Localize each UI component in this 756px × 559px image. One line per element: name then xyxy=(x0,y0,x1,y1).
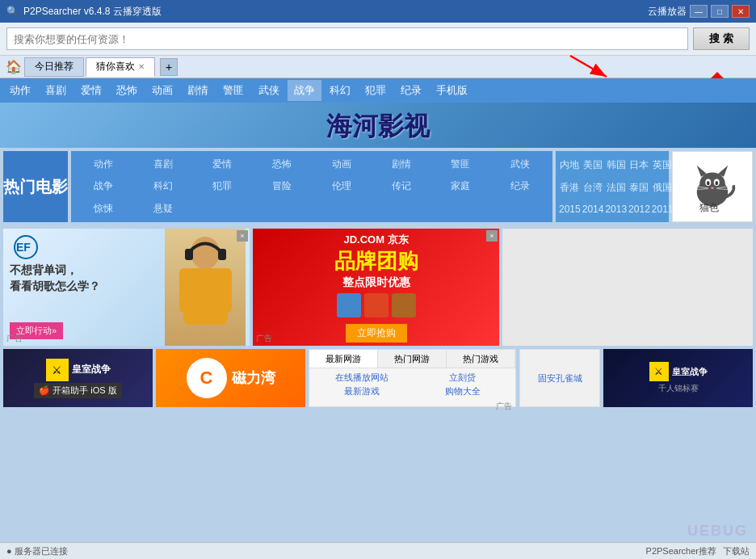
rcat-4[interactable]: 英国 xyxy=(652,154,674,175)
royal-war-box[interactable]: ⚔ 皇室战争 🍎 开箱助手 iOS 版 xyxy=(3,349,153,407)
rcat-12[interactable]: 2013 xyxy=(605,200,627,219)
ef-ad-close[interactable]: × xyxy=(237,230,248,242)
close-button[interactable]: ✕ xyxy=(732,5,750,18)
rcat-3[interactable]: 日本 xyxy=(628,154,650,175)
jd-brand: JD.COM 京东 xyxy=(343,233,408,247)
hcat-12[interactable]: 伦理 xyxy=(313,176,371,196)
tabsbar: 🏠 今日推荐 猜你喜欢 ✕ + xyxy=(0,56,756,78)
product-3 xyxy=(392,293,416,317)
rcat-5[interactable]: 香港 xyxy=(559,177,581,198)
cat-drama[interactable]: 剧情 xyxy=(181,80,215,101)
cat-romance[interactable]: 爱情 xyxy=(74,80,108,101)
royal-title: 皇室战争 xyxy=(72,363,111,376)
hcat-11[interactable]: 冒险 xyxy=(253,176,311,196)
title-right: 云播放器 — □ ✕ xyxy=(648,5,750,19)
game-tab-hot-net[interactable]: 热门网游 xyxy=(378,350,447,368)
jd-main-text: 品牌团购 xyxy=(334,247,418,275)
jd-ad[interactable]: JD.COM 京东 品牌团购 整点限时优惠 立即抢购 × 广告 xyxy=(253,229,499,346)
hcat-13[interactable]: 传记 xyxy=(372,176,430,196)
game-tab-new[interactable]: 最新网游 xyxy=(309,350,378,368)
rcat-1[interactable]: 美国 xyxy=(582,154,604,175)
svg-rect-22 xyxy=(185,249,193,260)
cat-crime[interactable]: 犯罪 xyxy=(359,80,393,101)
hot-movies-row: 热门电影 动作 喜剧 爱情 恐怖 动画 剧情 警匪 武侠 战争 科幻 犯罪 冒险… xyxy=(3,151,753,222)
search-input[interactable] xyxy=(6,27,688,50)
tab-add-button[interactable]: + xyxy=(160,58,178,76)
cat-mobile[interactable]: 手机版 xyxy=(430,80,474,101)
hcat-9[interactable]: 科幻 xyxy=(134,176,192,196)
cat-comedy[interactable]: 喜剧 xyxy=(39,80,73,101)
rcat-7[interactable]: 法国 xyxy=(605,177,627,198)
app-icon: 🔍 xyxy=(6,6,19,17)
rcat-8[interactable]: 泰国 xyxy=(628,177,650,198)
game-link-1[interactable]: 立刻贷 xyxy=(414,372,513,384)
hcat-16[interactable]: 惊悚 xyxy=(74,199,132,219)
rcat-2[interactable]: 韩国 xyxy=(605,154,627,175)
tab-today-label: 今日推荐 xyxy=(35,60,74,74)
tab-recommend[interactable]: 猜你喜欢 ✕ xyxy=(86,57,155,77)
rcat-6[interactable]: 台湾 xyxy=(582,177,604,198)
game-link-2[interactable]: 最新游戏 xyxy=(313,385,412,397)
tab-today[interactable]: 今日推荐 xyxy=(24,57,84,77)
hcat-14[interactable]: 家庭 xyxy=(432,176,490,196)
rcat-9[interactable]: 俄国 xyxy=(652,177,674,198)
hcat-5[interactable]: 剧情 xyxy=(372,154,430,174)
cat-crime2[interactable]: 警匪 xyxy=(216,80,250,101)
hcat-17[interactable]: 悬疑 xyxy=(134,199,192,219)
cat-martial[interactable]: 武侠 xyxy=(252,80,286,101)
rcat-14[interactable]: 2011 xyxy=(652,200,674,219)
site-title: 海河影视 xyxy=(0,103,756,148)
rcat-0[interactable]: 内地 xyxy=(559,154,581,175)
hcat-3[interactable]: 恐怖 xyxy=(253,154,311,174)
hcat-10[interactable]: 犯罪 xyxy=(194,176,252,196)
royal2-sub: 千人锦标赛 xyxy=(658,383,699,394)
jd-cta-button[interactable]: 立即抢购 xyxy=(346,324,407,343)
svg-rect-21 xyxy=(216,268,232,313)
cat-documentary[interactable]: 纪录 xyxy=(394,80,428,101)
hcat-7[interactable]: 武侠 xyxy=(491,154,549,174)
home-button[interactable]: 🏠 xyxy=(3,57,24,78)
tab-recommend-label: 猜你喜欢 xyxy=(96,60,135,74)
ef-slogan: 不想背单词， 看看胡歌怎么学？ xyxy=(10,263,158,294)
tab-recommend-close[interactable]: ✕ xyxy=(138,62,145,71)
cat-horror[interactable]: 恐怖 xyxy=(110,80,144,101)
svg-rect-23 xyxy=(218,249,226,260)
hcat-4[interactable]: 动画 xyxy=(313,154,371,174)
hcat-0[interactable]: 动作 xyxy=(74,154,132,174)
minimize-button[interactable]: — xyxy=(690,5,708,18)
hcat-6[interactable]: 警匪 xyxy=(432,154,490,174)
cat-logo: 猫色 xyxy=(672,151,753,222)
hcat-2[interactable]: 爱情 xyxy=(194,154,252,174)
jd-ad-close[interactable]: × xyxy=(486,230,498,242)
hcat-15[interactable]: 纪录 xyxy=(491,176,549,196)
game-link-0[interactable]: 在线播放网站 xyxy=(313,372,412,384)
cat-war[interactable]: 战争 xyxy=(288,80,321,101)
svg-point-9 xyxy=(716,181,719,185)
empty-ad-box xyxy=(502,229,753,346)
rcat-13[interactable]: 2012 xyxy=(628,200,650,219)
hot-movies-cats: 动作 喜剧 爱情 恐怖 动画 剧情 警匪 武侠 战争 科幻 犯罪 冒险 伦理 传… xyxy=(71,151,552,222)
kongque-text: 固安孔雀城 xyxy=(538,372,582,385)
game-link-3[interactable]: 购物大全 xyxy=(414,385,513,397)
cat-animation[interactable]: 动画 xyxy=(145,80,179,101)
magnet-circle-icon: C xyxy=(187,358,227,398)
rcat-11[interactable]: 2014 xyxy=(582,200,604,219)
ef-person-image xyxy=(165,229,246,346)
ef-logo: EF xyxy=(10,235,158,263)
search-button[interactable]: 搜 索 xyxy=(693,27,750,50)
royal-war-box-2[interactable]: ⚔ 皇室战争 千人锦标赛 xyxy=(603,349,753,407)
game-tab-hot-game[interactable]: 热门游戏 xyxy=(447,350,515,368)
cat-scifi[interactable]: 科幻 xyxy=(323,80,357,101)
download-label: 下载站 xyxy=(723,545,750,557)
hcat-8[interactable]: 战争 xyxy=(74,176,132,196)
kongque-link[interactable]: 固安孔雀城 xyxy=(519,349,600,407)
hcat-1[interactable]: 喜剧 xyxy=(134,154,192,174)
rcat-10[interactable]: 2015 xyxy=(559,200,581,219)
magnet-box[interactable]: C 磁力湾 xyxy=(156,349,305,407)
maximize-button[interactable]: □ xyxy=(711,5,729,18)
svg-point-10 xyxy=(711,187,714,189)
watermark: UEBUG xyxy=(687,523,748,540)
cat-action[interactable]: 动作 xyxy=(3,80,37,101)
ef-ad[interactable]: EF 不想背单词， 看看胡歌怎么学？ 立即行动» xyxy=(3,229,250,346)
ios-button[interactable]: 🍎 开箱助手 iOS 版 xyxy=(34,383,121,398)
